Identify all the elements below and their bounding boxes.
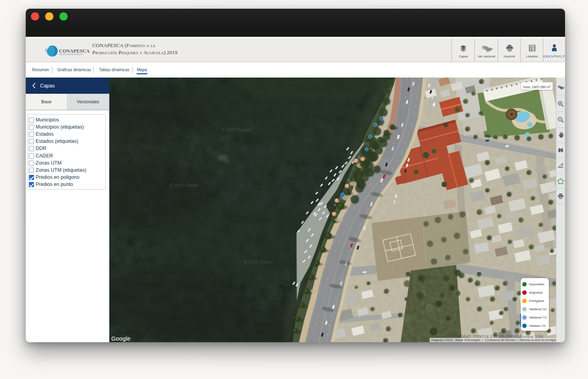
svg-text:© 2022 Google: © 2022 Google <box>244 260 273 264</box>
svg-text:© 2022 Google: © 2022 Google <box>222 127 251 132</box>
svg-text:Google: Google <box>111 335 131 342</box>
svg-text:Imágenes ©2022 , Maxar Technol: Imágenes ©2022 , Maxar Technologies | Co… <box>431 338 556 342</box>
svg-text:© 2022 Google: © 2022 Google <box>169 183 199 188</box>
svg-text:CONAPESCA: CONAPESCA <box>59 48 89 54</box>
svg-text:2: 2 <box>333 212 335 215</box>
svg-text:2: 2 <box>346 184 348 187</box>
svg-text:10 m: 10 m <box>115 331 121 334</box>
svg-text:2: 2 <box>355 159 357 162</box>
svg-text:3: 3 <box>336 199 338 202</box>
svg-text:2: 2 <box>362 157 363 160</box>
